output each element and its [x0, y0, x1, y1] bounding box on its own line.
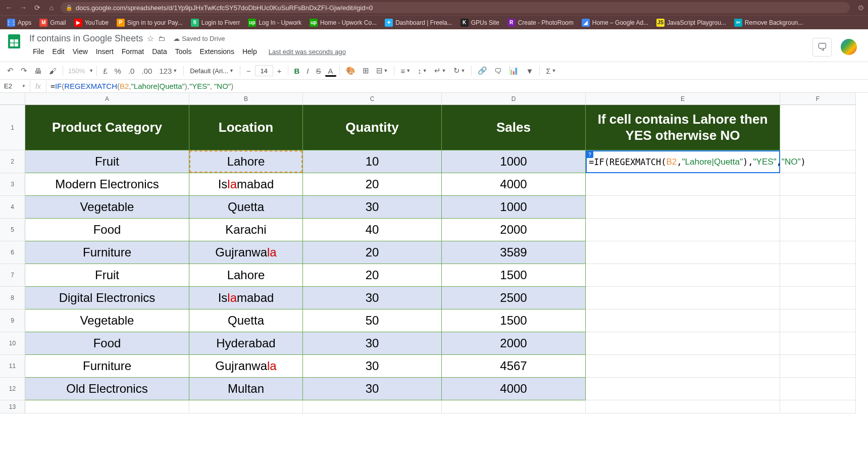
row-header-11[interactable]: 11	[0, 355, 25, 378]
home-button[interactable]: ⌂	[46, 4, 57, 12]
reload-button[interactable]: ⟳	[32, 4, 42, 12]
cell-E12[interactable]	[586, 378, 780, 400]
star-icon[interactable]: ☆	[147, 34, 154, 43]
cell-F3[interactable]	[780, 173, 856, 196]
cell-F11[interactable]	[780, 355, 856, 378]
cell-A6[interactable]: Furniture	[25, 241, 189, 264]
spreadsheet-grid[interactable]: A B C D E F 1 Product Category Location …	[0, 93, 868, 413]
menu-view[interactable]: View	[69, 45, 91, 58]
cell-D9[interactable]: 1500	[442, 309, 586, 332]
cell-E13[interactable]	[586, 400, 780, 413]
row-header-12[interactable]: 12	[0, 378, 25, 400]
cell-A2[interactable]: Fruit	[25, 150, 189, 173]
font-size-decrease[interactable]: −	[243, 65, 254, 77]
row-header-7[interactable]: 7	[0, 264, 25, 287]
cell-B13[interactable]	[189, 400, 303, 413]
save-status[interactable]: ☁ Saved to Drive	[173, 35, 225, 42]
cell-A3[interactable]: Modern Electronics	[25, 173, 189, 196]
bookmark-item[interactable]: ✂Remove Backgroun...	[731, 17, 806, 28]
cell-C12[interactable]: 30	[303, 378, 442, 400]
font-size-input[interactable]: 14	[255, 65, 273, 76]
cell-C2[interactable]: 10	[303, 150, 442, 173]
cell-D10[interactable]: 2000	[442, 332, 586, 355]
cell-C7[interactable]: 20	[303, 264, 442, 287]
cell-D8[interactable]: 2500	[442, 287, 586, 309]
cell-A11[interactable]: Furniture	[25, 355, 189, 378]
search-icon[interactable]: ⊙	[858, 4, 864, 12]
col-header-B[interactable]: B	[189, 93, 303, 105]
cell-B8[interactable]: Islamabad	[189, 287, 303, 309]
chart-button[interactable]: 📊	[506, 64, 522, 77]
menu-edit[interactable]: Edit	[49, 45, 68, 58]
bookmark-item[interactable]: MGmail	[36, 17, 69, 28]
cell-C8[interactable]: 30	[303, 287, 442, 309]
rotate-button[interactable]: ↻▼	[450, 64, 469, 77]
menu-file[interactable]: File	[29, 45, 48, 58]
cell-A12[interactable]: Old Electronics	[25, 378, 189, 400]
menu-tools[interactable]: Tools	[172, 45, 195, 58]
bookmark-item[interactable]: RCreate - PhotoRoom	[504, 17, 577, 28]
row-header-1[interactable]: 1	[0, 105, 25, 150]
print-button[interactable]: 🖶	[31, 65, 45, 77]
cell-B11[interactable]: Gujranwala	[189, 355, 303, 378]
bookmark-item[interactable]: upHome - Upwork Co...	[307, 17, 380, 28]
cell-A7[interactable]: Fruit	[25, 264, 189, 287]
cell-C6[interactable]: 20	[303, 241, 442, 264]
comments-icon[interactable]: 🗨	[812, 38, 832, 57]
redo-button[interactable]: ↷	[18, 64, 30, 77]
cell-A1[interactable]: Product Category	[25, 105, 189, 150]
cell-A13[interactable]	[25, 400, 189, 413]
bookmark-item[interactable]: PSign in to your Pay...	[114, 17, 186, 28]
font-select[interactable]: Default (Ari...▼	[187, 67, 237, 75]
cell-C4[interactable]: 30	[303, 196, 442, 219]
bookmark-item[interactable]: ⋮⋮Apps	[4, 17, 34, 28]
col-header-F[interactable]: F	[780, 93, 856, 105]
bookmark-item[interactable]: upLog In - Upwork	[245, 17, 304, 28]
comment-button[interactable]: 🗨	[491, 65, 505, 77]
cell-E4[interactable]	[586, 196, 780, 219]
borders-button[interactable]: ⊞	[360, 64, 372, 77]
cell-B4[interactable]: Quetta	[189, 196, 303, 219]
link-button[interactable]: 🔗	[475, 64, 490, 77]
row-header-13[interactable]: 13	[0, 400, 25, 413]
cell-B1[interactable]: Location	[189, 105, 303, 150]
more-formats-button[interactable]: 123▼	[156, 65, 180, 77]
cell-C3[interactable]: 20	[303, 173, 442, 196]
bookmark-item[interactable]: fiLogin to Fiverr	[188, 17, 243, 28]
formula-input[interactable]: =IF(REGEXMATCH(B2,"Lahore|Quetta"),"YES"…	[46, 82, 868, 91]
cell-D1[interactable]: Sales	[442, 105, 586, 150]
cell-D7[interactable]: 1500	[442, 264, 586, 287]
fill-color-button[interactable]: 🎨	[343, 64, 359, 77]
v-align-button[interactable]: ↕▼	[415, 65, 430, 77]
cell-E11[interactable]	[586, 355, 780, 378]
cell-E6[interactable]	[586, 241, 780, 264]
col-header-E[interactable]: E	[586, 93, 780, 105]
cell-C9[interactable]: 50	[303, 309, 442, 332]
cell-E9[interactable]	[586, 309, 780, 332]
cell-E10[interactable]	[586, 332, 780, 355]
menu-data[interactable]: Data	[148, 45, 171, 58]
cell-B3[interactable]: Islamabad	[189, 173, 303, 196]
account-avatar[interactable]	[841, 39, 857, 55]
cell-F6[interactable]	[780, 241, 856, 264]
cell-D2[interactable]: 1000	[442, 150, 586, 173]
cell-F13[interactable]	[780, 400, 856, 413]
row-header-3[interactable]: 3	[0, 173, 25, 196]
cell-D13[interactable]	[442, 400, 586, 413]
cell-B10[interactable]: Hyderabad	[189, 332, 303, 355]
cell-C5[interactable]: 40	[303, 219, 442, 241]
menu-help[interactable]: Help	[239, 45, 261, 58]
cell-D12[interactable]: 4000	[442, 378, 586, 400]
cell-A9[interactable]: Vegetable	[25, 309, 189, 332]
cell-F8[interactable]	[780, 287, 856, 309]
cell-F5[interactable]	[780, 219, 856, 241]
bookmark-item[interactable]: ✦Dashboard | Freela...	[382, 17, 455, 28]
cell-B12[interactable]: Multan	[189, 378, 303, 400]
formula-help-icon[interactable]: ?	[586, 151, 593, 158]
increase-decimal-button[interactable]: .00	[138, 65, 155, 77]
cell-C1[interactable]: Quantity	[303, 105, 442, 150]
paint-format-button[interactable]: 🖌	[46, 65, 60, 77]
cell-E5[interactable]	[586, 219, 780, 241]
row-header-4[interactable]: 4	[0, 196, 25, 219]
sheets-logo-icon[interactable]	[5, 32, 25, 53]
